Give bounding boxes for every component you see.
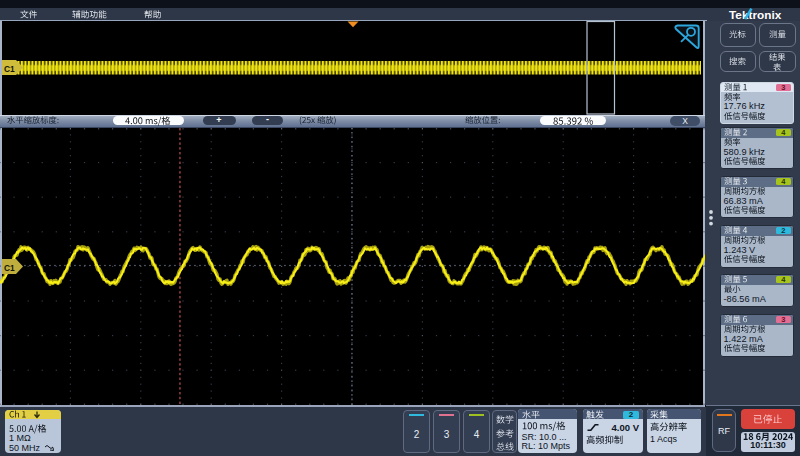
svg-text:C1: C1 xyxy=(4,262,15,272)
svg-text:C1: C1 xyxy=(4,64,15,74)
